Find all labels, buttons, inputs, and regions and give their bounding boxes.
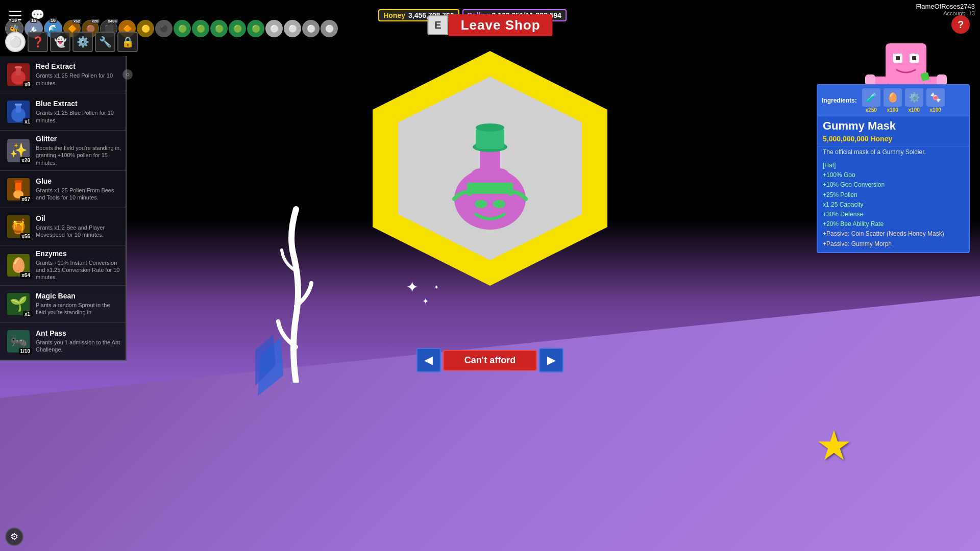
enzymes-name: Enzymes	[36, 249, 121, 258]
svg-rect-5	[15, 104, 22, 106]
shop-item-enzymes[interactable]: 🥚 x64 Enzymes Grants +10% Instant Conver…	[0, 245, 126, 286]
glue-info: Glue Grants x1.25 Pollen From Bees and T…	[33, 177, 121, 202]
circle-badge-4: 🟢	[174, 20, 191, 37]
enzymes-info: Enzymes Grants +10% Instant Conversion a…	[33, 249, 121, 281]
glue-count: x67	[20, 196, 32, 203]
glitter-count: x20	[20, 157, 32, 164]
circle-badge-8: 🟢	[247, 20, 264, 37]
item-icon-wrap-glitter: ✨ x20	[4, 136, 33, 165]
oil-info: Oil Grants x1.2 Bee and Player Movespeed…	[33, 214, 121, 239]
stat-7: +Passive: Gummy Morph	[823, 239, 964, 249]
icon-toolbar: ⚪ ❓ 👻 ⚙️ 🔧 🔒	[5, 32, 138, 52]
question-button[interactable]: ?	[951, 15, 970, 34]
ant-pass-name: Ant Pass	[36, 329, 121, 337]
ingredient-count-3: x100	[909, 107, 920, 113]
blue-extract-count: x1	[23, 118, 32, 125]
shop-item-glitter[interactable]: ✨ x20 Glitter Boosts the field you're st…	[0, 131, 126, 171]
settings-button[interactable]: ⚙	[5, 528, 23, 546]
red-extract-info: Red Extract Grants x1.25 Red Pollen for …	[33, 62, 121, 87]
honey-label: Honey	[383, 11, 405, 19]
shop-item-glue[interactable]: x67 Glue Grants x1.25 Pollen From Bees a…	[0, 171, 126, 208]
circle-badge-6: 🟢	[210, 20, 228, 37]
hex-display	[362, 41, 618, 296]
leave-shop-button[interactable]: Leave Shop	[449, 14, 553, 36]
gummy-mask-svg	[439, 102, 541, 235]
circle-badge-9: ⚪	[265, 20, 283, 37]
toolbar-icon-ghost[interactable]: 👻	[50, 32, 70, 52]
ingredients-label: Ingredients:	[822, 97, 857, 104]
stat-1: +10% Goo Conversion	[823, 180, 964, 190]
svg-rect-19	[886, 43, 926, 82]
ingredient-count-2: x100	[887, 107, 898, 113]
circle-badge-2: 🟡	[137, 20, 154, 37]
shop-panel: x8 Red Extract Grants x1.25 Red Pollen f…	[0, 56, 127, 361]
oil-count: x56	[20, 233, 32, 240]
shop-item-blue-extract[interactable]: x1 Blue Extract Grants x1.25 Blue Pollen…	[0, 93, 126, 131]
blue-extract-name: Blue Extract	[36, 99, 121, 108]
stat-2: +25% Pollen	[823, 190, 964, 200]
item-icon-wrap-red-extract: x8	[4, 60, 33, 89]
item-icon-wrap-glue: x67	[4, 175, 33, 204]
circle-badge-7: 🟢	[229, 20, 246, 37]
blue-shape-svg	[255, 335, 286, 396]
svg-point-12	[475, 200, 487, 208]
toolbar-icon-lock[interactable]: 🔒	[117, 32, 138, 52]
stat-0: +100% Goo	[823, 170, 964, 180]
magic-bean-name: Magic Bean	[36, 292, 121, 300]
item-icon-wrap-blue-extract: x1	[4, 97, 33, 126]
ingredient-1: 🧪 x250	[862, 88, 880, 113]
prev-arrow-button[interactable]: ◀	[416, 348, 441, 372]
detail-price: 5,000,000,000 Honey	[818, 134, 969, 146]
svg-rect-4	[16, 105, 21, 113]
ant-pass-count: 1/10	[19, 348, 32, 355]
ingredient-count-4: x100	[930, 107, 941, 113]
stat-3: x1.25 Capacity	[823, 200, 964, 210]
red-extract-name: Red Extract	[36, 62, 121, 70]
enzymes-count: x64	[20, 272, 32, 279]
svg-point-17	[476, 123, 504, 132]
ingredient-3: ⚙️ x100	[905, 88, 923, 113]
leave-shop-container: E Leave Shop	[427, 14, 552, 36]
shop-item-oil[interactable]: 🍯 x56 Oil Grants x1.2 Bee and Player Mov…	[0, 208, 126, 245]
star-decoration: ★	[816, 422, 852, 469]
toolbar-icon-egg[interactable]: ⚪	[5, 32, 26, 52]
glitter-name: Glitter	[36, 135, 121, 143]
toolbar-icon-help[interactable]: ❓	[28, 32, 48, 52]
oil-name: Oil	[36, 214, 121, 222]
glue-name: Glue	[36, 177, 121, 185]
circle-badge-10: ⚪	[284, 20, 301, 37]
purchase-bar: ◀ Can't afford ▶	[416, 348, 564, 372]
circle-badge-5: 🟢	[192, 20, 209, 37]
toolbar-icon-gear[interactable]: ⚙️	[72, 32, 93, 52]
shop-item-ant-pass[interactable]: 🐜 1/10 Ant Pass Grants you 1 admission t…	[0, 323, 126, 360]
next-arrow-button[interactable]: ▶	[539, 348, 564, 372]
magic-bean-count: x1	[23, 311, 32, 317]
detail-title: Gummy Mask	[818, 116, 969, 134]
ingredient-icon-4: 🍬	[926, 88, 945, 107]
blue-extract-desc: Grants x1.25 Blue Pollen for 10 minutes.	[36, 109, 121, 124]
glitter-desc: Boosts the field you're standing in, gra…	[36, 144, 121, 166]
svg-point-13	[493, 200, 505, 208]
enzymes-desc: Grants +10% Instant Conversion and x1.25…	[36, 259, 121, 281]
shop-item-red-extract[interactable]: x8 Red Extract Grants x1.25 Red Pollen f…	[0, 56, 126, 93]
sparkle-decoration-2: ✦	[422, 296, 429, 306]
svg-rect-1	[16, 67, 21, 76]
circle-badge-11: ⚪	[302, 20, 320, 37]
oil-desc: Grants x1.2 Bee and Player Movespeed for…	[36, 224, 121, 239]
item-icon-wrap-oil: 🍯 x56	[4, 212, 33, 241]
shop-item-magic-bean[interactable]: 🌱 x1 Magic Bean Plants a random Sprout i…	[0, 286, 126, 323]
red-extract-count: x8	[23, 81, 32, 88]
item-icon-wrap-enzymes: 🥚 x64	[4, 251, 33, 280]
svg-rect-8	[14, 180, 22, 183]
ingredients-row: Ingredients: 🧪 x250 🥚 x100 ⚙️ x100 🍬 x10…	[818, 85, 969, 116]
toolbar-icon-settings[interactable]: 🔧	[95, 32, 115, 52]
drag-handle-1[interactable]: ○	[122, 69, 133, 80]
detail-stats: [Hat] +100% Goo +10% Goo Conversion +25%…	[818, 158, 969, 252]
item-icon-wrap-ant-pass: 🐜 1/10	[4, 327, 33, 356]
stat-4: +30% Defense	[823, 210, 964, 219]
hex-inner	[398, 77, 582, 260]
blue-shape	[255, 335, 286, 398]
svg-rect-23	[912, 56, 916, 60]
cant-afford-button[interactable]: Can't afford	[443, 350, 537, 371]
stat-type: [Hat]	[823, 161, 964, 170]
